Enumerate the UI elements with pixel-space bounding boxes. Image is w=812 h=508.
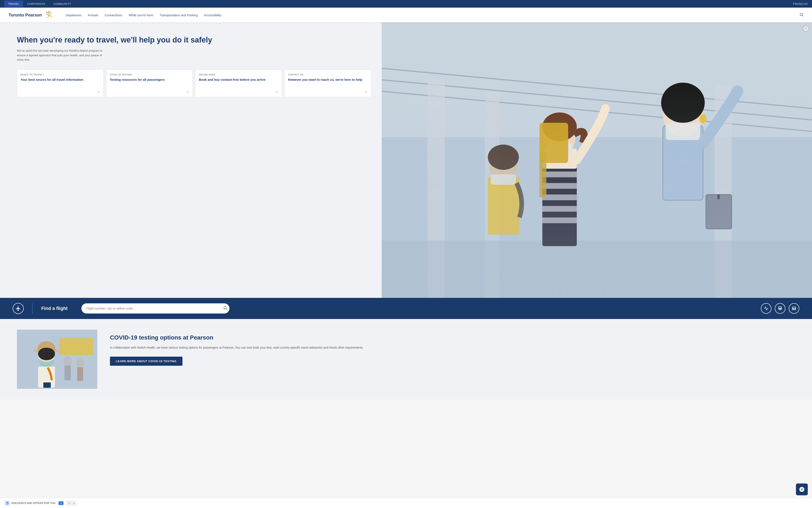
- card-arrow-0: →: [97, 90, 100, 94]
- hero-section: When you're ready to travel, we'll help …: [0, 23, 812, 298]
- nav-departures[interactable]: Departures: [66, 12, 81, 18]
- svg-point-13: [663, 91, 703, 137]
- arrivals-departures-icon[interactable]: [761, 303, 771, 314]
- nav-links: Departures Arrivals Connections While yo…: [66, 12, 799, 18]
- flight-search-input[interactable]: [81, 303, 230, 313]
- hero-scene-svg: [382, 23, 812, 298]
- svg-rect-16: [706, 195, 732, 229]
- tab-community[interactable]: COMMUNITY: [50, 1, 75, 7]
- card-label-2: ONLINE SHOP: [199, 74, 278, 76]
- card-covid-testing[interactable]: COVID-19 TESTING Testing resources for a…: [106, 70, 193, 97]
- tab-corporate[interactable]: CORPORATE: [24, 1, 49, 7]
- flight-icon-circle: [13, 303, 24, 314]
- info-icon[interactable]: ⓘ: [803, 26, 809, 32]
- nav-transportation[interactable]: Transportation and Parking: [159, 12, 198, 18]
- hero-content: When you're ready to travel, we'll help …: [0, 23, 382, 298]
- svg-rect-61: [65, 366, 71, 380]
- cards-row: READY TO TRAVEL? Your best source for al…: [17, 70, 371, 97]
- svg-rect-24: [542, 217, 577, 223]
- tab-travel[interactable]: TRAVEL: [4, 1, 23, 7]
- svg-rect-9: [485, 91, 499, 298]
- logo[interactable]: Toronto Pearson: [8, 10, 53, 19]
- svg-rect-12: [663, 126, 703, 200]
- card-title-2: Book and buy contact-free before you arr…: [199, 78, 278, 88]
- covid-section-description: In collaboration with Switch Health, we …: [110, 345, 795, 350]
- utility-tabs: TRAVEL CORPORATE COMMUNITY: [4, 1, 75, 7]
- card-label-0: READY TO TRAVEL?: [21, 74, 100, 76]
- svg-point-0: [49, 12, 50, 13]
- nav-search-icon[interactable]: [799, 12, 804, 18]
- card-ready-to-travel[interactable]: READY TO TRAVEL? Your best source for al…: [17, 70, 104, 97]
- svg-point-48: [795, 308, 795, 309]
- svg-point-31: [489, 150, 518, 182]
- train-icon: [778, 306, 782, 311]
- svg-rect-8: [428, 80, 445, 298]
- flight-search-bar: Find a flight: [0, 298, 812, 319]
- svg-rect-3: [382, 23, 812, 298]
- svg-rect-30: [488, 177, 519, 235]
- covid-section-title: COVID-19 testing options at Pearson: [110, 334, 795, 341]
- svg-point-62: [77, 359, 84, 368]
- svg-point-18: [699, 114, 706, 123]
- svg-rect-25: [542, 149, 577, 169]
- covid-image-svg: [17, 330, 97, 389]
- bus-icon-button[interactable]: [789, 303, 799, 314]
- svg-rect-33: [491, 174, 516, 185]
- hero-image: ⓘ: [382, 23, 812, 298]
- find-flight-divider: [32, 303, 33, 314]
- nav-arrivals[interactable]: Arrivals: [88, 12, 98, 18]
- card-label-1: COVID-19 TESTING: [110, 74, 189, 76]
- svg-rect-4: [382, 137, 812, 298]
- covid-section-text: COVID-19 testing options at Pearson In c…: [110, 330, 795, 366]
- svg-point-42: [780, 308, 781, 309]
- card-arrow-2: →: [275, 90, 278, 94]
- logo-bird-icon: [44, 10, 53, 19]
- card-title-1: Testing resources for all passengers: [110, 78, 189, 88]
- svg-rect-29: [539, 152, 546, 198]
- card-arrow-3: →: [364, 90, 367, 94]
- nav-connections[interactable]: Connections: [105, 12, 122, 18]
- svg-point-27: [542, 113, 577, 141]
- hero-image-placeholder: ⓘ: [382, 23, 812, 298]
- nav-accessibility[interactable]: Accessibility: [204, 12, 221, 18]
- search-icon: [223, 306, 227, 310]
- svg-rect-19: [542, 166, 577, 246]
- train-icon-button[interactable]: [775, 303, 785, 314]
- svg-line-7: [382, 91, 812, 131]
- svg-rect-23: [542, 206, 577, 212]
- svg-rect-28: [547, 143, 572, 156]
- svg-point-57: [38, 347, 55, 360]
- svg-rect-21: [542, 183, 577, 189]
- card-online-shop[interactable]: ONLINE SHOP Book and buy contact-free be…: [195, 70, 282, 97]
- hero-subtitle: We've spent the last year developing our…: [17, 48, 106, 62]
- svg-line-2: [802, 15, 803, 16]
- card-arrow-1: →: [186, 90, 189, 94]
- covid-section-image: [17, 330, 97, 389]
- svg-point-32: [488, 144, 519, 170]
- svg-point-26: [543, 119, 576, 156]
- covid-content-section: COVID-19 testing options at Pearson In c…: [0, 319, 812, 399]
- flight-search-button[interactable]: [223, 306, 227, 311]
- svg-point-47: [793, 308, 794, 309]
- bus-icon: [792, 306, 796, 311]
- svg-rect-59: [43, 382, 51, 388]
- svg-rect-22: [542, 195, 577, 200]
- hero-title: When you're ready to travel, we'll help …: [17, 35, 371, 45]
- utility-bar: TRAVEL CORPORATE COMMUNITY FRANÇAIS: [0, 0, 812, 8]
- svg-rect-20: [542, 172, 577, 177]
- svg-point-14: [661, 83, 704, 123]
- card-label-3: CONTACT US: [288, 74, 367, 76]
- language-toggle[interactable]: FRANÇAIS: [793, 2, 808, 5]
- svg-rect-34: [539, 123, 568, 163]
- card-contact-us[interactable]: CONTACT US However you want to reach us,…: [284, 70, 371, 97]
- svg-point-41: [779, 308, 780, 309]
- svg-rect-11: [382, 240, 812, 298]
- quick-icons: [761, 303, 799, 314]
- learn-more-covid-button[interactable]: LEARN MORE ABOUT COVID-19 TESTING: [110, 356, 182, 366]
- card-title-3: However you want to reach us, we're here…: [288, 78, 367, 88]
- flight-search-input-wrap: [81, 303, 230, 313]
- svg-rect-50: [59, 338, 93, 355]
- svg-line-36: [226, 309, 227, 310]
- nav-while-here[interactable]: While you're here: [129, 12, 153, 18]
- svg-point-60: [64, 356, 72, 367]
